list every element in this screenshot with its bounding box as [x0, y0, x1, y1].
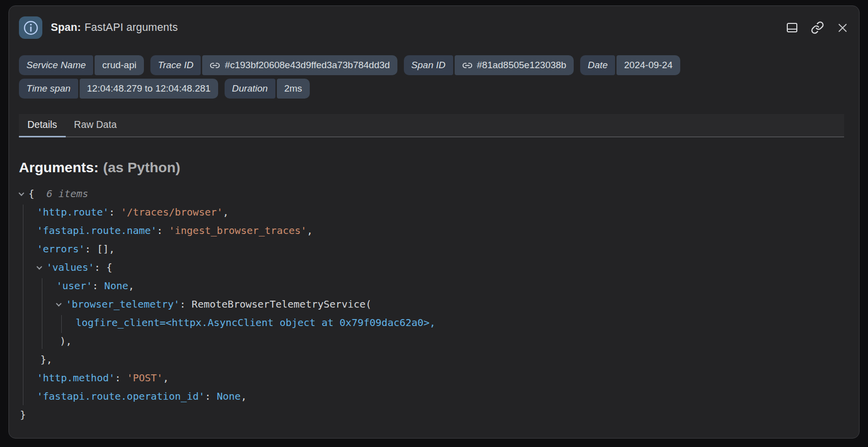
chevron-down-icon[interactable]: [56, 301, 61, 306]
span-attribute-badges: Service Namecrud-apiTrace ID#c193bf20608…: [19, 55, 849, 99]
badge-label: Span ID: [404, 55, 453, 75]
span-attribute-badge: Date2024-09-24: [580, 55, 680, 75]
code-line: 'values': {: [19, 258, 849, 277]
badge-value: 2ms: [277, 79, 310, 99]
badge-value: 12:04:48.279 to 12:04:48.281: [80, 79, 218, 99]
span-detail-panel: Span:FastAPI arguments Se: [8, 5, 860, 439]
code-token: },: [40, 353, 52, 365]
badge-label: Duration: [225, 79, 275, 99]
span-title-value: FastAPI arguments: [85, 21, 178, 33]
indent-guide: [42, 278, 42, 349]
link-icon[interactable]: [811, 21, 824, 34]
code-line: logfire_client=<httpx.AsyncClient object…: [19, 314, 849, 332]
code-token: : {: [94, 261, 112, 273]
span-attribute-badge: Service Namecrud-api: [19, 55, 144, 75]
code-token: :: [92, 280, 104, 292]
chevron-down-icon[interactable]: [36, 264, 42, 269]
code-token: logfire_client=<httpx.AsyncClient object…: [76, 317, 435, 329]
indent-guide: [23, 205, 23, 405]
code-token: 'fastapi.route.operation_id': [37, 390, 205, 402]
tab-bar: Details Raw Data: [19, 114, 844, 137]
code-token: 'http.method': [37, 372, 115, 384]
arguments-heading: Arguments:(as Python): [19, 159, 849, 176]
dock-panel-icon[interactable]: [785, 21, 799, 34]
badge-value[interactable]: #81ad8505e123038b: [455, 55, 574, 75]
span-attribute-badge: Duration2ms: [225, 79, 310, 99]
code-line: 'fastapi.route.operation_id': None,: [19, 387, 849, 406]
code-token: 'http.route': [37, 206, 109, 218]
badge-value[interactable]: #c193bf20608e43d9ffed3a73b784dd3d: [202, 55, 397, 75]
code-token: 'user': [56, 280, 92, 292]
span-title-label: Span:: [51, 21, 81, 33]
indent-guide: [61, 315, 62, 333]
span-attribute-badge[interactable]: Trace ID#c193bf20608e43d9ffed3a73b784dd3…: [150, 55, 397, 75]
panel-header: Span:FastAPI arguments: [19, 16, 849, 39]
tab-details[interactable]: Details: [19, 114, 66, 136]
tab-raw-data[interactable]: Raw Data: [66, 114, 125, 136]
code-token: 'values': [46, 261, 94, 273]
code-token: :: [115, 372, 127, 384]
code-token: 6 items: [46, 188, 88, 200]
code-line: }: [19, 406, 849, 424]
code-tree: { 6 items'http.route': '/traces/browser'…: [19, 185, 849, 424]
code-token: : RemoteBrowserTelemetryService(: [180, 298, 372, 310]
code-token: None: [217, 390, 241, 402]
header-actions: [785, 21, 849, 34]
code-token: : [],: [85, 243, 115, 255]
span-attribute-badge: Time span12:04:48.279 to 12:04:48.281: [19, 79, 218, 99]
span-attribute-badge[interactable]: Span ID#81ad8505e123038b: [404, 55, 574, 75]
code-token: '/traces/browser': [121, 206, 223, 218]
code-token: 'ingest_browser_traces': [169, 224, 307, 236]
badge-label: Date: [580, 55, 615, 75]
code-token: :: [157, 224, 169, 236]
code-line: 'browser_telemetry': RemoteBrowserTeleme…: [19, 295, 849, 314]
code-token: ,: [223, 206, 229, 218]
badge-label: Time span: [19, 79, 78, 99]
page-title: Span:FastAPI arguments: [51, 21, 178, 34]
code-token: 'errors': [37, 243, 85, 255]
badge-label: Trace ID: [150, 55, 201, 75]
code-token: ),: [60, 335, 72, 347]
badge-label: Service Name: [19, 55, 93, 75]
close-icon[interactable]: [836, 21, 849, 34]
code-token: 'fastapi.route.name': [37, 224, 157, 236]
code-line: 'fastapi.route.name': 'ingest_browser_tr…: [19, 222, 849, 240]
code-line: { 6 items: [19, 185, 849, 203]
code-token: ,: [241, 390, 247, 402]
code-token: ,: [128, 280, 134, 292]
badge-row: Service Namecrud-apiTrace ID#c193bf20608…: [19, 55, 849, 75]
code-token: 'browser_telemetry': [66, 298, 180, 310]
link-icon: [462, 60, 473, 71]
code-line: },: [19, 350, 849, 369]
link-icon: [210, 60, 220, 71]
code-token: None: [104, 280, 128, 292]
code-token: {: [28, 188, 46, 200]
info-icon: [19, 16, 42, 39]
arguments-heading-subtitle: (as Python): [103, 159, 180, 175]
code-token: :: [205, 390, 217, 402]
code-line: 'errors': [],: [19, 240, 849, 258]
code-token: 'POST': [127, 372, 163, 384]
code-token: ,: [163, 372, 169, 384]
code-line: 'user': None,: [19, 277, 849, 295]
code-line: 'http.method': 'POST',: [19, 369, 849, 387]
arguments-heading-title: Arguments:: [19, 159, 99, 175]
code-line: 'http.route': '/traces/browser',: [19, 203, 849, 222]
code-token: ,: [307, 224, 313, 236]
code-token: :: [109, 206, 121, 218]
badge-value: crud-api: [95, 55, 144, 75]
badge-value: 2024-09-24: [617, 55, 680, 75]
chevron-down-icon[interactable]: [18, 190, 24, 196]
badge-row: Time span12:04:48.279 to 12:04:48.281Dur…: [19, 79, 849, 99]
code-line: ),: [19, 332, 849, 350]
code-token: }: [20, 409, 26, 421]
